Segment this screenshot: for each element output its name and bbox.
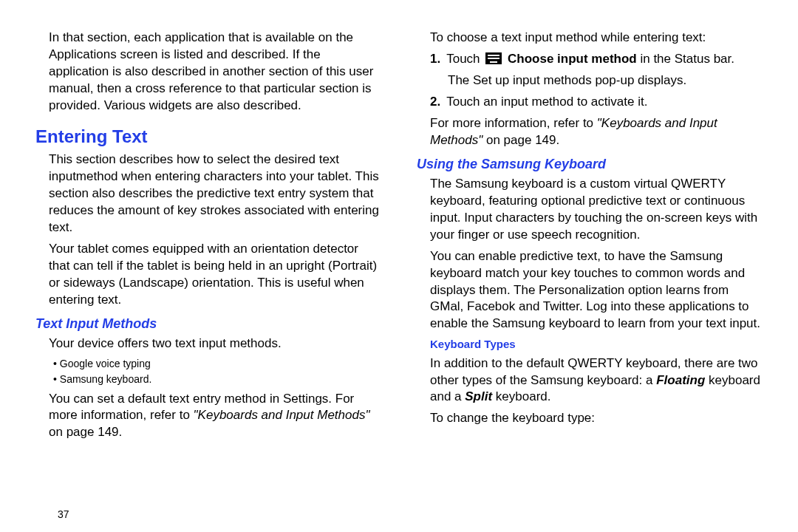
apps-intro-paragraph: In that section, each application that i… bbox=[49, 30, 381, 115]
usk-p2: You can enable predictive text, to have … bbox=[430, 248, 763, 333]
tim-after-post: on page 149. bbox=[49, 425, 122, 439]
entering-text-p1: This section describes how to select the… bbox=[49, 151, 381, 236]
manual-page: In that section, each application that i… bbox=[0, 0, 798, 532]
step-1-number: 1. bbox=[430, 52, 440, 66]
step-1-line2: The Set up input methods pop-up displays… bbox=[448, 72, 763, 89]
choose-intro: To choose a text input method while ente… bbox=[430, 30, 763, 47]
tim-bullet-2: Samsung keyboard. bbox=[53, 372, 381, 386]
page-number: 37 bbox=[58, 508, 69, 522]
tim-after: You can set a default text entry method … bbox=[49, 391, 381, 442]
entering-text-p2: Your tablet comes equipped with an orien… bbox=[49, 241, 381, 309]
kt-post: keyboard. bbox=[492, 389, 550, 403]
more-post: on page 149. bbox=[482, 133, 559, 147]
usk-p1: The Samsung keyboard is a custom virtual… bbox=[430, 176, 763, 244]
step-2-number: 2. bbox=[430, 95, 440, 109]
more-pre: For more information, refer to bbox=[430, 116, 597, 130]
step-2-text: Touch an input method to activate it. bbox=[446, 95, 647, 109]
tim-cross-ref: "Keyboards and Input Methods" bbox=[194, 408, 370, 422]
step-1-bold: Choose input method bbox=[504, 52, 636, 66]
kt-paragraph: In addition to the default QWERTY keyboa… bbox=[430, 355, 763, 406]
tim-intro: Your device offers two text input method… bbox=[49, 335, 381, 352]
tim-bullet-1: Google voice typing bbox=[53, 357, 381, 371]
kt-split: Split bbox=[465, 389, 492, 403]
tim-bullet-list: Google voice typing Samsung keyboard. bbox=[53, 357, 381, 386]
step-1-post: in the Status bar. bbox=[637, 52, 734, 66]
step-2: 2.Touch an input method to activate it. bbox=[448, 94, 763, 111]
heading-keyboard-types: Keyboard Types bbox=[430, 337, 763, 352]
step-1-pre: Touch bbox=[446, 52, 483, 66]
step-1: 1.Touch Choose input method in the Statu… bbox=[448, 51, 763, 68]
keyboard-icon bbox=[485, 52, 502, 64]
heading-using-samsung-keyboard: Using the Samsung Keyboard bbox=[417, 155, 763, 173]
heading-text-input-methods: Text Input Methods bbox=[35, 315, 381, 332]
kt-change: To change the keyboard type: bbox=[430, 410, 763, 427]
more-info: For more information, refer to "Keyboard… bbox=[430, 115, 763, 149]
heading-entering-text: Entering Text bbox=[35, 125, 381, 149]
kt-floating: Floating bbox=[656, 373, 705, 387]
